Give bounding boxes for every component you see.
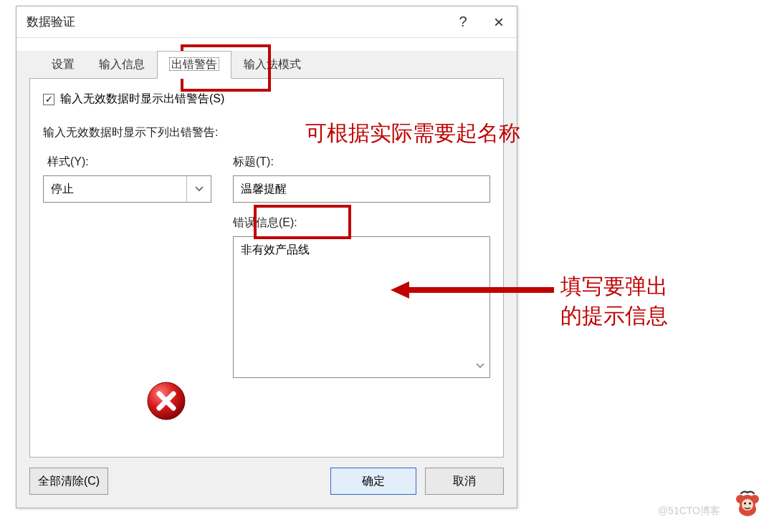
monkey-mascot-icon: [734, 489, 761, 523]
error-message-input[interactable]: 非有效产品线: [233, 236, 490, 378]
button-label: 确定: [362, 474, 385, 489]
button-label: 取消: [453, 474, 476, 489]
tab-label: 输入法模式: [244, 58, 301, 70]
svg-point-8: [744, 502, 746, 504]
cancel-button[interactable]: 取消: [425, 468, 504, 495]
tab-settings[interactable]: 设置: [39, 51, 87, 79]
button-label: 全部清除(C): [38, 474, 100, 489]
show-error-label: 输入无效数据时显示出错警告(S): [60, 92, 224, 107]
chevron-down-icon: [475, 358, 485, 373]
style-column: 样式(Y): 停止: [43, 155, 211, 378]
title-input-value: 温馨提醒: [241, 182, 287, 197]
tab-label: 出错警告: [169, 57, 219, 71]
show-error-checkbox-row: ✓ 输入无效数据时显示出错警告(S): [43, 92, 490, 107]
annotation-line: 填写要弹出: [560, 274, 668, 298]
watermark-text: @51CTO博客: [658, 505, 720, 518]
tab-strip: 设置 输入信息 出错警告 输入法模式: [39, 51, 504, 79]
help-button[interactable]: ?: [445, 6, 481, 38]
clear-all-button[interactable]: 全部清除(C): [29, 468, 108, 495]
checkmark-icon: ✓: [45, 95, 53, 104]
tab-input-message[interactable]: 输入信息: [87, 51, 157, 79]
show-error-checkbox[interactable]: ✓: [43, 94, 54, 105]
dialog-title: 数据验证: [27, 14, 445, 30]
style-select[interactable]: 停止: [43, 175, 211, 203]
section-label: 输入无效数据时显示下列出错警告:: [43, 125, 490, 140]
chevron-down-icon: [186, 176, 211, 202]
data-validation-dialog: 数据验证 ? × 设置 输入信息 出错警告 输入法模式 ✓ 输入无效数据时显示出…: [16, 6, 517, 508]
error-message-value: 非有效产品线: [241, 243, 310, 256]
dialog-body: 设置 输入信息 出错警告 输入法模式 ✓ 输入无效数据时显示出错警告(S) 输入…: [16, 51, 517, 508]
annotation-line: 的提示信息: [560, 304, 668, 327]
title-column: 标题(T): 温馨提醒 错误信息(E): 非有效产品线: [233, 155, 490, 378]
tab-error-alert[interactable]: 出错警告: [157, 51, 231, 79]
style-value: 停止: [44, 182, 186, 197]
tab-label: 输入信息: [99, 58, 145, 70]
spacer: [117, 468, 322, 495]
annotation-text-2: 填写要弹出 的提示信息: [560, 272, 668, 330]
svg-point-9: [749, 502, 751, 504]
ok-button[interactable]: 确定: [330, 468, 416, 495]
error-message-label: 错误信息(E):: [233, 216, 490, 231]
title-input[interactable]: 温馨提醒: [233, 175, 490, 203]
close-button[interactable]: ×: [481, 6, 517, 38]
style-label: 样式(Y):: [43, 155, 211, 170]
titlebar: 数据验证 ? ×: [16, 6, 517, 38]
tab-label: 设置: [52, 58, 75, 70]
dialog-button-row: 全部清除(C) 确定 取消: [29, 468, 504, 495]
title-label: 标题(T):: [233, 155, 490, 170]
form-row: 样式(Y): 停止 标题(T): 温馨提醒 错误信息(E):: [43, 155, 490, 378]
tab-panel: ✓ 输入无效数据时显示出错警告(S) 输入无效数据时显示下列出错警告: 样式(Y…: [29, 78, 504, 458]
tab-ime-mode[interactable]: 输入法模式: [231, 51, 313, 79]
error-stop-icon: [145, 379, 188, 425]
